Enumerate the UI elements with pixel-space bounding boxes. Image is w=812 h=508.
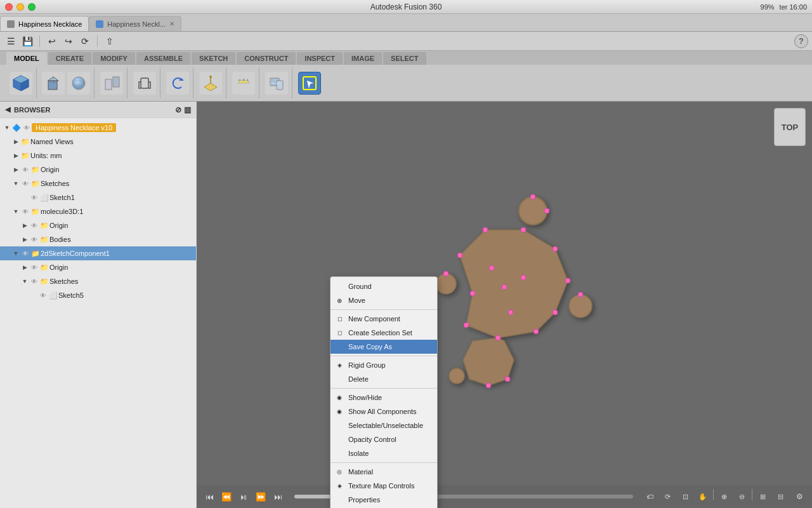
eye-icon-molecule[interactable]: 👁	[20, 206, 30, 217]
model-cube-icon[interactable]	[10, 72, 32, 95]
ctx-item-new-component[interactable]: ◻ New Component	[331, 312, 437, 326]
viewport[interactable]: TOP Ground ⊕ Move ◻ New Component ◻ Crea	[197, 102, 812, 508]
ctx-item-isolate[interactable]: Isolate	[331, 446, 437, 460]
ctx-item-save-copy[interactable]: Save Copy As	[331, 340, 437, 354]
tab-model[interactable]: MODEL	[6, 52, 47, 65]
menu-button[interactable]: ☰	[4, 34, 18, 48]
history-button[interactable]: ⟳	[78, 34, 92, 48]
eye-icon-sketch1[interactable]: 👁	[29, 192, 39, 203]
fit-view-button[interactable]: ⊡	[678, 489, 693, 504]
tree-toggle-named-views[interactable]: ▶	[11, 137, 20, 146]
tab-modify[interactable]: MODIFY	[93, 52, 135, 65]
top-view-button[interactable]: TOP	[774, 108, 806, 146]
ctx-item-texture-map[interactable]: ◈ Texture Map Controls	[331, 479, 437, 493]
ctx-item-move[interactable]: ⊕ Move	[331, 293, 437, 307]
panel-tool[interactable]	[100, 72, 123, 95]
eye-icon-sketches[interactable]: 👁	[20, 178, 30, 189]
root-label[interactable]: Happiness Necklace v10	[32, 123, 116, 132]
tab-close-button[interactable]: ✕	[169, 20, 174, 27]
tab-assemble[interactable]: ASSEMBLE	[136, 52, 190, 65]
tree-toggle-origin[interactable]: ▶	[11, 165, 20, 174]
redo-button[interactable]: ↪	[62, 34, 75, 48]
sphere-tool[interactable]	[67, 72, 90, 95]
construct-tool[interactable]	[199, 72, 222, 95]
ctx-item-ground[interactable]: Ground	[331, 279, 437, 293]
tab-happiness-necklace[interactable]: Happiness Necklace	[0, 16, 89, 31]
close-button[interactable]	[5, 3, 13, 11]
tree-item-2dsketch[interactable]: ▼ 👁 📁 2dSketchComponent1	[0, 246, 196, 260]
tree-item-molecule[interactable]: ▼ 👁 📁 molecule3D:1	[0, 204, 196, 218]
zoom-out-button[interactable]: ⊖	[734, 489, 749, 504]
help-button[interactable]: ?	[794, 34, 808, 48]
box-tool[interactable]	[42, 72, 65, 95]
ctx-item-show-hide[interactable]: ◉ Show/Hide	[331, 391, 437, 404]
tree-toggle-origin3[interactable]: ▶	[20, 263, 29, 272]
grid-button[interactable]: ⊟	[773, 489, 788, 504]
browser-toggle[interactable]: ◀	[5, 105, 10, 114]
tree-toggle-units[interactable]: ▶	[11, 151, 20, 160]
tab-happiness-neckl[interactable]: Happiness Neckl... ✕	[89, 16, 181, 31]
tab-inspect[interactable]: INSPECT	[297, 52, 343, 65]
eye-icon-root[interactable]: 👁	[22, 123, 32, 133]
browser-expand-icon[interactable]: ▥	[184, 105, 191, 114]
minimize-button[interactable]	[16, 3, 24, 11]
bookmark-add-button[interactable]: 🏷	[642, 489, 657, 504]
sketch-tool[interactable]	[166, 72, 189, 95]
undo-button[interactable]: ↩	[45, 34, 59, 48]
eye-icon-sketch5[interactable]: 👁	[38, 290, 48, 300]
ctx-item-opacity[interactable]: Opacity Control	[331, 432, 437, 446]
select-tool[interactable]	[298, 72, 321, 95]
play-end-button[interactable]: ⏭	[270, 489, 285, 504]
orbit-button[interactable]: ⟳	[660, 489, 675, 504]
tree-toggle-2dsketch[interactable]: ▼	[11, 249, 20, 258]
eye-icon-bodies[interactable]: 👁	[29, 234, 39, 244]
tree-item-origin[interactable]: ▶ 👁 📁 Origin	[0, 163, 196, 177]
tab-create[interactable]: CREATE	[48, 52, 91, 65]
play-start-button[interactable]: ⏮	[202, 489, 217, 504]
eye-icon-origin3[interactable]: 👁	[29, 262, 39, 272]
save-button[interactable]: 💾	[20, 34, 34, 48]
maximize-button[interactable]	[28, 3, 36, 11]
tree-toggle-root[interactable]: ▼	[3, 123, 11, 132]
tab-construct[interactable]: CONSTRUCT	[237, 52, 296, 65]
tree-item-sketch1[interactable]: ▶ 👁 ⬜ Sketch1	[0, 190, 196, 204]
ctx-item-show-all[interactable]: ◉ Show All Components	[331, 404, 437, 418]
eye-icon-2dsketch[interactable]: 👁	[20, 248, 30, 258]
tree-toggle-sketches[interactable]: ▼	[11, 179, 20, 188]
zoom-in-button[interactable]: ⊕	[716, 489, 731, 504]
ctx-item-rigid-group[interactable]: ◈ Rigid Group	[331, 358, 437, 372]
assemble-tool[interactable]	[133, 72, 156, 95]
share-button[interactable]: ⇧	[103, 34, 117, 48]
tab-sketch[interactable]: SKETCH	[192, 52, 235, 65]
ctx-item-selectable[interactable]: Selectable/Unselectable	[331, 418, 437, 432]
image-tool[interactable]	[265, 72, 288, 95]
ctx-item-create-selection-set[interactable]: ◻ Create Selection Set	[331, 326, 437, 340]
settings-button[interactable]: ⚙	[792, 489, 807, 504]
play-forward-button[interactable]: ⏩	[253, 489, 268, 504]
tree-toggle-molecule[interactable]: ▼	[11, 207, 20, 216]
tree-item-bodies[interactable]: ▶ 👁 📁 Bodies	[0, 232, 196, 246]
tab-select[interactable]: SELECT	[383, 52, 426, 65]
tree-item-origin3[interactable]: ▶ 👁 📁 Origin	[0, 260, 196, 274]
inspect-tool[interactable]	[232, 72, 255, 95]
ctx-item-material[interactable]: ◎ Material	[331, 465, 437, 479]
ctx-item-delete[interactable]: Delete	[331, 372, 437, 386]
tree-item-sketches2[interactable]: ▼ 👁 📁 Sketches	[0, 274, 196, 288]
eye-icon-sketches2[interactable]: 👁	[29, 276, 39, 286]
tree-item-units[interactable]: ▶ 📁 Units: mm	[0, 149, 196, 163]
play-back-button[interactable]: ⏪	[219, 489, 234, 504]
tree-toggle-origin2[interactable]: ▶	[20, 221, 29, 230]
tree-item-origin2[interactable]: ▶ 👁 📁 Origin	[0, 218, 196, 232]
play-pause-button[interactable]: ⏯	[236, 489, 251, 504]
ctx-item-properties[interactable]: Properties	[331, 493, 437, 507]
window-controls[interactable]	[5, 3, 36, 11]
eye-icon-origin2[interactable]: 👁	[29, 220, 39, 231]
tree-item-sketches[interactable]: ▼ 👁 📁 Sketches	[0, 177, 196, 190]
pan-button[interactable]: ✋	[695, 489, 710, 504]
tree-toggle-bodies[interactable]: ▶	[20, 235, 29, 244]
eye-icon-origin[interactable]: 👁	[20, 164, 30, 175]
display-mode-button[interactable]: ⊞	[755, 489, 770, 504]
tree-item-named-views[interactable]: ▶ 📁 Named Views	[0, 135, 196, 149]
tree-item-sketch5[interactable]: ▶ 👁 ⬜ Sketch5	[0, 288, 196, 302]
tab-image[interactable]: IMAGE	[344, 52, 382, 65]
